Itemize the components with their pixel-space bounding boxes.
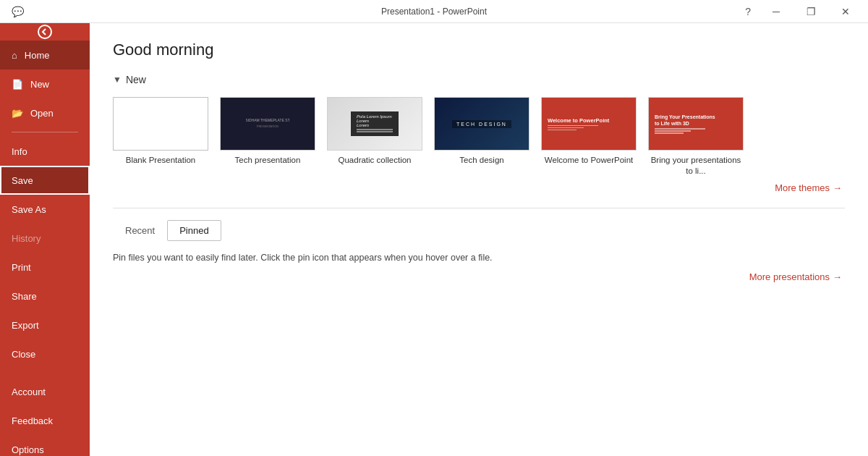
- sidebar-label-open: Open: [30, 108, 54, 119]
- template-label-blank: Blank Presentation: [126, 155, 196, 166]
- more-themes-label: More themes: [775, 182, 830, 193]
- pinned-empty-message: Pin files you want to easily find later.…: [113, 253, 845, 263]
- arrow-right-icon-2: →: [833, 271, 842, 282]
- home-icon: ⌂: [12, 50, 17, 61]
- more-presentations-link[interactable]: More presentations →: [113, 271, 845, 282]
- sidebar-item-open[interactable]: 📂 Open: [0, 98, 90, 127]
- template-welcome-ppt[interactable]: Welcome to PowerPoint Welcome to PowerPo…: [541, 97, 637, 166]
- sidebar-label-history: History: [12, 233, 41, 244]
- tab-recent[interactable]: Recent: [113, 220, 167, 241]
- sidebar-label-options: Options: [12, 444, 44, 455]
- sidebar-label-home: Home: [25, 50, 50, 61]
- sidebar-nav: ⌂ Home 📄 New 📂 Open Info Save Save As: [0, 41, 90, 368]
- template-thumb-bring-3d: Bring Your Presentationsto Life with 3D: [648, 97, 744, 151]
- app-body: ⌂ Home 📄 New 📂 Open Info Save Save As: [0, 23, 868, 456]
- sidebar-label-info: Info: [12, 146, 27, 157]
- bring3d-content: Bring Your Presentationsto Life with 3D: [655, 114, 737, 134]
- tab-pinned-label: Pinned: [179, 225, 208, 236]
- sidebar-item-close[interactable]: Close: [0, 339, 90, 368]
- minimize-button[interactable]: ─: [760, 0, 793, 23]
- sidebar-label-new: New: [30, 79, 49, 90]
- window-title: Presentation1 - PowerPoint: [381, 7, 487, 17]
- svg-rect-1: [246, 113, 289, 135]
- template-blank[interactable]: Blank Presentation: [113, 97, 208, 166]
- sidebar-item-home[interactable]: ⌂ Home: [0, 41, 90, 69]
- template-label-welcome-ppt: Welcome to PowerPoint: [545, 155, 634, 166]
- greeting-text: Good morning: [113, 41, 845, 59]
- sidebar-label-print: Print: [12, 262, 31, 273]
- tabs-row: Recent Pinned: [113, 220, 845, 241]
- sidebar-label-save-as: Save As: [12, 204, 46, 215]
- quad-text-block: Pola Lorem Ipsum Lorem Lorem: [351, 111, 399, 136]
- sidebar-label-feedback: Feedback: [12, 415, 53, 426]
- sidebar: ⌂ Home 📄 New 📂 Open Info Save Save As: [0, 23, 90, 456]
- template-label-tech-design: Tech design: [459, 155, 503, 166]
- arrow-right-icon: →: [833, 182, 842, 193]
- open-icon: 📂: [12, 108, 23, 119]
- sidebar-label-share: Share: [12, 291, 37, 302]
- sidebar-label-save: Save: [12, 175, 33, 186]
- template-bring-3d[interactable]: Bring Your Presentationsto Life with 3D …: [648, 97, 744, 177]
- tab-recent-label: Recent: [125, 225, 155, 236]
- sidebar-item-new[interactable]: 📄 New: [0, 69, 90, 98]
- more-presentations-label: More presentations: [749, 271, 830, 282]
- section-divider: [113, 208, 845, 208]
- sidebar-bottom: Account Feedback Options: [0, 377, 90, 456]
- template-label-tech-pres: Tech presentation: [235, 155, 301, 166]
- sidebar-label-close: Close: [12, 349, 35, 360]
- sidebar-item-account[interactable]: Account: [0, 377, 90, 406]
- chevron-down-icon: ▼: [113, 75, 122, 85]
- welcome-content: Welcome to PowerPoint: [548, 117, 630, 131]
- sidebar-item-feedback[interactable]: Feedback: [0, 406, 90, 435]
- close-button[interactable]: ✕: [829, 0, 862, 23]
- sidebar-label-export: Export: [12, 320, 39, 331]
- window-controls: ? ─ ❐ ✕: [738, 0, 862, 23]
- template-label-quadratic: Quadratic collection: [339, 155, 412, 166]
- quadratic-content: Pola Lorem Ipsum Lorem Lorem: [328, 98, 422, 150]
- tech-pres-graphic: SIDHAM THEMEPLATE ST PRESENTATION: [246, 113, 289, 135]
- sidebar-item-save[interactable]: Save: [0, 166, 90, 195]
- templates-row: Blank Presentation SIDHAM THEMEPLATE ST …: [113, 97, 845, 177]
- new-icon: 📄: [12, 79, 23, 90]
- sidebar-item-info[interactable]: Info: [0, 137, 90, 166]
- tech-pres-content: SIDHAM THEMEPLATE ST PRESENTATION: [221, 98, 315, 150]
- sidebar-divider-1: [12, 132, 78, 132]
- back-button[interactable]: [0, 23, 90, 41]
- sidebar-item-save-as[interactable]: Save As: [0, 195, 90, 224]
- template-label-bring-3d: Bring your presentations to li...: [648, 155, 744, 177]
- svg-point-0: [38, 25, 51, 38]
- new-section-header[interactable]: ▼ New: [113, 74, 845, 85]
- template-thumb-blank: [113, 97, 208, 151]
- sidebar-item-history[interactable]: History: [0, 224, 90, 253]
- sidebar-item-options[interactable]: Options: [0, 435, 90, 456]
- help-icon[interactable]: ?: [738, 6, 758, 17]
- more-themes-link[interactable]: More themes →: [113, 182, 845, 193]
- template-thumb-tech-design: TECH DESIGN: [434, 97, 529, 151]
- tech-design-content: TECH DESIGN: [435, 98, 529, 150]
- titlebar: 💬 Presentation1 - PowerPoint ? ─ ❐ ✕: [0, 0, 868, 23]
- feedback-icon[interactable]: 💬: [12, 6, 24, 17]
- svg-text:SIDHAM THEMEPLATE ST: SIDHAM THEMEPLATE ST: [246, 118, 289, 122]
- section-label: New: [126, 74, 146, 85]
- sidebar-item-print[interactable]: Print: [0, 253, 90, 282]
- template-tech-pres[interactable]: SIDHAM THEMEPLATE ST PRESENTATION Tech p…: [220, 97, 315, 166]
- sidebar-item-share[interactable]: Share: [0, 282, 90, 311]
- tab-pinned[interactable]: Pinned: [167, 220, 221, 241]
- svg-text:PRESENTATION: PRESENTATION: [257, 124, 279, 128]
- restore-button[interactable]: ❐: [794, 0, 827, 23]
- titlebar-left-icons: 💬: [6, 6, 24, 17]
- template-thumb-quadratic: Pola Lorem Ipsum Lorem Lorem: [327, 97, 422, 151]
- template-tech-design[interactable]: TECH DESIGN Tech design: [434, 97, 529, 166]
- sidebar-label-account: Account: [12, 387, 46, 397]
- template-quadratic[interactable]: Pola Lorem Ipsum Lorem Lorem Quadratic c…: [327, 97, 422, 166]
- main-content: Good morning ▼ New Blank Presentation SI…: [90, 23, 868, 456]
- template-thumb-welcome-ppt: Welcome to PowerPoint: [541, 97, 637, 151]
- sidebar-item-export[interactable]: Export: [0, 311, 90, 339]
- template-thumb-tech-pres: SIDHAM THEMEPLATE ST PRESENTATION: [220, 97, 315, 151]
